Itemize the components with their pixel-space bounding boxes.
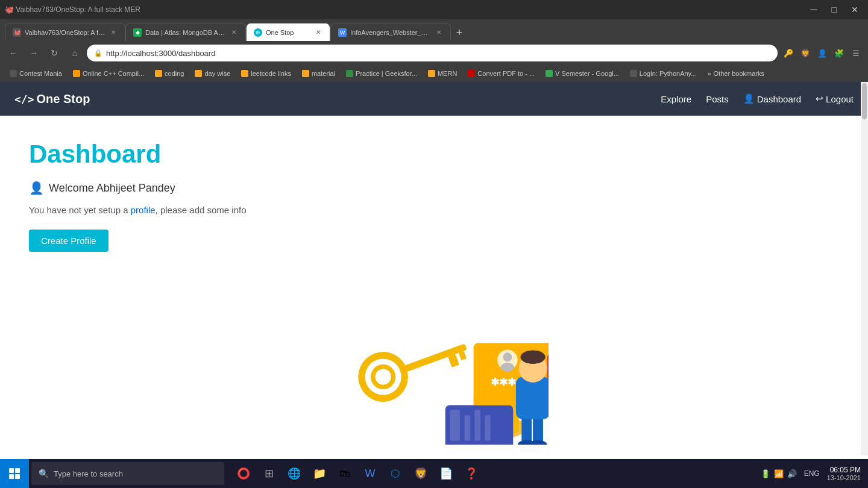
clock: 06:05 PM 13-10-2021 [827,466,861,481]
lock-icon: 🔒 [94,49,102,57]
bookmark-material[interactable]: material [297,69,340,78]
taskbar-brave-button[interactable]: 🦁 [409,461,433,486]
refresh-button[interactable]: ↻ [46,45,63,61]
close-button[interactable]: ✕ [846,5,863,14]
bookmark-more[interactable]: » Other bookmarks [702,69,769,78]
app-nav: </> One Stop Explore Posts 👤 Dashboard ↩… [0,82,868,116]
tab-onestop[interactable]: ⊕ One Stop ✕ [246,23,330,41]
nav-dashboard[interactable]: 👤 Dashboard [743,93,801,104]
bookmark-geeksforgeeks[interactable]: Practice | Geeksfor... [341,69,422,78]
clock-date: 13-10-2021 [827,474,861,481]
bookmark-mern[interactable]: MERN [423,69,462,78]
close-tab-atlas[interactable]: ✕ [230,28,238,37]
svg-point-16 [503,352,512,361]
nav-explore[interactable]: Explore [661,94,691,104]
start-button[interactable] [0,459,29,488]
nav-logout-label: Logout [826,94,854,104]
svg-point-4 [356,349,410,404]
bookmark-pythonanywhere[interactable]: Login: PythonAny... [625,69,702,78]
maximize-button[interactable]: □ [827,5,841,14]
bookmark-contest-mania[interactable]: Contest Mania [5,69,67,78]
back-button[interactable]: ← [5,45,22,61]
battery-icon[interactable]: 🔋 [761,469,770,478]
svg-rect-13 [485,415,490,440]
svg-rect-12 [475,410,480,441]
close-tab-github[interactable]: ✕ [109,28,118,37]
bookmarks-bar: Contest Mania Online C++ Compil... codin… [0,65,868,82]
taskbar-right: 🔋 📶 🔊 ENG 06:05 PM 13-10-2021 [753,466,868,481]
taskbar-explorer-button[interactable]: 📁 [307,461,332,486]
dashboard-illustration: ✱✱✱✱✱ [319,264,549,445]
dashboard-icon: 👤 [743,93,755,104]
profile-message: You have not yet setup a profile, please… [29,205,839,215]
tabs-bar: 🐙 Vaibhav763/OneStop: A full stack MER ✕… [0,19,868,41]
taskbar-search-box[interactable]: 🔍 Type here to search [31,462,224,485]
clock-time: 06:05 PM [827,466,861,474]
nav-logout[interactable]: ↩ Logout [816,93,854,104]
taskbar-tasksview-button[interactable]: ⊞ [257,461,281,486]
bookmark-day-wise[interactable]: day wise [190,69,235,78]
taskbar-apps: ⭕ ⊞ 🌐 📁 🛍 W ⬡ 🦁 📄 ❓ [227,461,488,486]
windows-logo-icon [8,468,20,480]
bookmark-leetcode[interactable]: leetcode links [236,69,296,78]
user-avatar-icon: 👤 [29,181,44,195]
bookmark-coding[interactable]: coding [150,69,189,78]
taskbar: 🔍 Type here to search ⭕ ⊞ 🌐 📁 🛍 W ⬡ 🦁 📄 [0,459,868,488]
forward-button[interactable]: → [25,45,42,61]
bookmark-pdf[interactable]: Convert PDF to - ... [463,69,539,78]
taskbar-cortana-button[interactable]: ⭕ [231,461,256,486]
welcome-row: 👤 Welcome Abhijeet Pandey [29,181,839,195]
minimize-button[interactable]: ─ [805,4,822,15]
svg-rect-29 [516,377,549,419]
svg-rect-34 [9,468,14,473]
svg-rect-36 [9,474,14,479]
taskbar-word-button[interactable]: W [358,461,382,486]
title-bar: 🐙 Vaibhav763/OneStop: A full stack MER ─… [0,0,868,19]
welcome-text: Welcome Abhijeet Pandey [49,182,175,195]
bookmark-vsemester[interactable]: V Semester - Googl... [541,69,624,78]
logo-text: One Stop [37,92,90,106]
bookmark-cpp-compiler[interactable]: Online C++ Compil... [68,69,149,78]
svg-rect-37 [15,474,20,479]
new-tab-button[interactable]: + [451,24,468,41]
taskbar-chrome-button[interactable]: 🌐 [282,461,306,486]
illustration: ✱✱✱✱✱ [29,264,839,445]
taskbar-pdf-button[interactable]: 📄 [434,461,458,486]
svg-point-17 [501,363,515,372]
menu-icon[interactable]: ☰ [849,46,863,60]
url-display: http://localhost:3000/dashboard [106,49,770,58]
home-button[interactable]: ⌂ [66,45,83,61]
profile-icon[interactable]: 👤 [815,46,829,60]
profile-link[interactable]: profile [131,205,156,215]
svg-rect-6 [401,343,467,373]
search-icon: 🔍 [39,469,49,478]
nav-dashboard-label: Dashboard [757,94,801,104]
svg-point-5 [370,364,396,390]
browser-actions: 🔑 🦁 👤 🧩 ☰ [781,46,863,60]
brave-icon[interactable]: 🦁 [798,46,813,60]
tab-github[interactable]: 🐙 Vaibhav763/OneStop: A full stack MER ✕ [5,23,125,41]
extensions-icon[interactable]: 🧩 [832,46,846,60]
tab-atlas[interactable]: ◆ Data | Atlas: MongoDB Atlas ✕ [125,23,246,41]
scrollbar[interactable] [861,82,868,455]
taskbar-help-button[interactable]: ❓ [459,461,483,486]
scrollbar-thumb[interactable] [862,83,867,119]
key-icon[interactable]: 🔑 [781,46,796,60]
logout-icon: ↩ [816,93,823,104]
close-tab-onestop[interactable]: ✕ [314,28,322,37]
close-tab-infoa[interactable]: ✕ [435,28,443,37]
wifi-icon[interactable]: 📶 [774,469,784,478]
app-nav-links: Explore Posts 👤 Dashboard ↩ Logout [661,93,854,104]
taskbar-store-button[interactable]: 🛍 [333,461,357,486]
address-bar[interactable]: 🔒 http://localhost:3000/dashboard [87,45,778,61]
taskbar-vscode-button[interactable]: ⬡ [383,461,407,486]
nav-posts[interactable]: Posts [706,94,729,104]
app-logo: </> One Stop [14,92,90,106]
tab-infoa[interactable]: W InfoAvengers_Webster_2021.docx - Go...… [330,23,451,41]
volume-icon[interactable]: 🔊 [787,469,797,478]
systray: 🔋 📶 🔊 [761,469,797,478]
create-profile-button[interactable]: Create Profile [29,230,108,252]
svg-rect-11 [465,415,470,440]
page-title: Dashboard [29,140,839,169]
main-content: Dashboard 👤 Welcome Abhijeet Pandey You … [0,116,868,469]
